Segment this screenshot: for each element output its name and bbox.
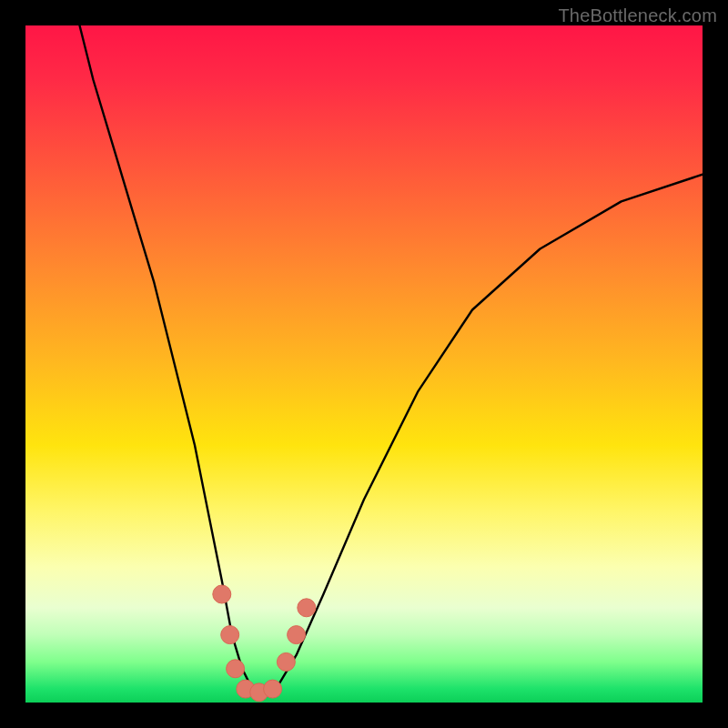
curve-marker (221, 626, 239, 644)
chart-plot-area (25, 25, 703, 703)
curve-marker (264, 680, 282, 698)
curve-marker (277, 652, 295, 671)
curve-marker (227, 660, 245, 678)
bottleneck-curve (80, 25, 703, 696)
chart-frame: TheBottleneck.com (0, 0, 728, 728)
curve-path (80, 25, 703, 696)
curve-marker (298, 599, 316, 617)
curve-marker (213, 585, 231, 603)
curve-markers (213, 585, 316, 702)
chart-svg (25, 25, 703, 703)
watermark-text: TheBottleneck.com (558, 5, 717, 26)
curve-marker (288, 626, 306, 644)
